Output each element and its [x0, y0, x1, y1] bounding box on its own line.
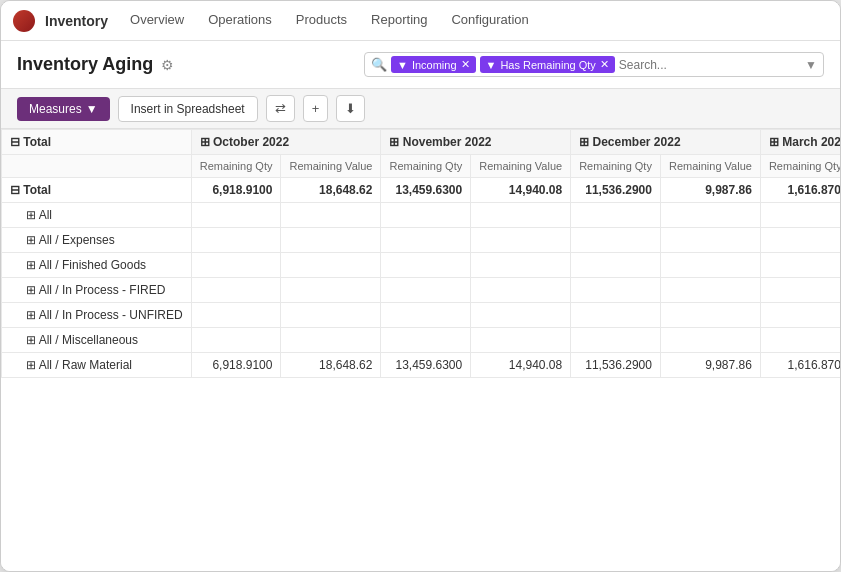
row-raw-oct-val: 18,648.62 — [281, 353, 381, 378]
filter-remaining-close[interactable]: ✕ — [600, 58, 609, 71]
col-group-oct-2022[interactable]: ⊞ October 2022 — [191, 130, 381, 155]
nav-configuration[interactable]: Configuration — [441, 1, 538, 41]
row-unfired-plus-icon: ⊞ — [26, 308, 36, 322]
row-all-nov-val — [471, 203, 571, 228]
row-all-in-process-unfired: ⊞ All / In Process - UNFIRED — [2, 303, 841, 328]
row-raw-dec-val: 9,987.86 — [660, 353, 760, 378]
app-name[interactable]: Inventory — [45, 13, 108, 29]
filter-tag-incoming: ▼ Incoming ✕ — [391, 56, 476, 73]
measures-label: Measures — [29, 102, 82, 116]
swap-icon: ⇄ — [275, 101, 286, 116]
settings-icon[interactable]: ⚙ — [161, 57, 174, 73]
row-all-in-process-fired-label[interactable]: ⊞ All / In Process - FIRED — [2, 278, 192, 303]
app-window: Inventory Overview Operations Products R… — [0, 0, 841, 572]
row-exp-mar-qty — [760, 228, 840, 253]
search-dropdown-arrow[interactable]: ▼ — [805, 58, 817, 72]
row-raw-dec-qty: 11,536.2900 — [571, 353, 661, 378]
row-all-finished-goods-label[interactable]: ⊞ All / Finished Goods — [2, 253, 192, 278]
col-group-dec-2022[interactable]: ⊞ December 2022 — [571, 130, 761, 155]
col-dec-rem-qty: Remaining Qty — [571, 155, 661, 178]
nav-reporting[interactable]: Reporting — [361, 1, 437, 41]
total-dec-qty: 11,536.2900 — [571, 178, 661, 203]
spreadsheet-button[interactable]: Insert in Spreadsheet — [118, 96, 258, 122]
swap-icon-button[interactable]: ⇄ — [266, 95, 295, 122]
row-exp-dec-val — [660, 228, 760, 253]
row-exp-oct-val — [281, 228, 381, 253]
toolbar: Measures ▼ Insert in Spreadsheet ⇄ + ⬇ — [1, 89, 840, 129]
search-bar: 🔍 ▼ Incoming ✕ ▼ Has Remaining Qty ✕ ▼ — [364, 52, 824, 77]
row-all-oct-val — [281, 203, 381, 228]
total-nov-qty: 13,459.6300 — [381, 178, 471, 203]
row-misc-plus-icon: ⊞ — [26, 333, 36, 347]
col-group-nov-2022[interactable]: ⊞ November 2022 — [381, 130, 571, 155]
table-container: ⊟ Total ⊞ October 2022 ⊞ November 2022 ⊞… — [1, 129, 840, 571]
total-row-label[interactable]: ⊟ Total — [2, 178, 192, 203]
row-all-nov-qty — [381, 203, 471, 228]
minus-icon: ⊟ — [10, 135, 20, 149]
row-exp-nov-qty — [381, 228, 471, 253]
row-raw-mar-qty: 1,616.8700 — [760, 353, 840, 378]
total-minus-icon: ⊟ — [10, 183, 20, 197]
col-oct-rem-val: Remaining Value — [281, 155, 381, 178]
page-title: Inventory Aging — [17, 54, 153, 75]
row-all: ⊞ All — [2, 203, 841, 228]
row-all-in-process-fired: ⊞ All / In Process - FIRED — [2, 278, 841, 303]
total-oct-val: 18,648.62 — [281, 178, 381, 203]
search-icon: 🔍 — [371, 57, 387, 72]
filter-tag-remaining-qty: ▼ Has Remaining Qty ✕ — [480, 56, 615, 73]
search-input[interactable] — [619, 58, 801, 72]
col-nov-rem-val: Remaining Value — [471, 155, 571, 178]
top-nav: Inventory Overview Operations Products R… — [1, 1, 840, 41]
row-all-raw-material-label[interactable]: ⊞ All / Raw Material — [2, 353, 192, 378]
measures-arrow-icon: ▼ — [86, 102, 98, 116]
download-icon: ⬇ — [345, 101, 356, 116]
col-oct-rem-qty: Remaining Qty — [191, 155, 281, 178]
col-nov-rem-qty: Remaining Qty — [381, 155, 471, 178]
nav-operations[interactable]: Operations — [198, 1, 282, 41]
subheader: Inventory Aging ⚙ 🔍 ▼ Incoming ✕ ▼ Has R… — [1, 41, 840, 89]
row-all-label[interactable]: ⊞ All — [2, 203, 192, 228]
col-group-mar-2023[interactable]: ⊞ March 2023 — [760, 130, 840, 155]
pivot-table: ⊟ Total ⊞ October 2022 ⊞ November 2022 ⊞… — [1, 129, 840, 378]
filter-incoming-label: Incoming — [412, 59, 457, 71]
total-mar-qty: 1,616.8700 — [760, 178, 840, 203]
row-all-dec-val — [660, 203, 760, 228]
row-raw-nov-qty: 13,459.6300 — [381, 353, 471, 378]
row-raw-nov-val: 14,940.08 — [471, 353, 571, 378]
row-all-miscellaneous-label[interactable]: ⊞ All / Miscellaneous — [2, 328, 192, 353]
row-fired-plus-icon: ⊞ — [26, 283, 36, 297]
row-exp-oct-qty — [191, 228, 281, 253]
app-logo — [13, 10, 35, 32]
row-all-raw-material: ⊞ All / Raw Material 6,918.9100 18,648.6… — [2, 353, 841, 378]
nav-overview[interactable]: Overview — [120, 1, 194, 41]
total-oct-qty: 6,918.9100 — [191, 178, 281, 203]
row-all-finished-goods: ⊞ All / Finished Goods — [2, 253, 841, 278]
total-nov-val: 14,940.08 — [471, 178, 571, 203]
row-all-dec-qty — [571, 203, 661, 228]
download-icon-button[interactable]: ⬇ — [336, 95, 365, 122]
row-all-expenses: ⊞ All / Expenses — [2, 228, 841, 253]
row-all-mar-qty — [760, 203, 840, 228]
total-col-header: ⊟ Total — [2, 130, 192, 155]
row-exp-dec-qty — [571, 228, 661, 253]
col-dec-rem-val: Remaining Value — [660, 155, 760, 178]
row-empty-subheader — [2, 155, 192, 178]
add-icon-button[interactable]: + — [303, 95, 329, 122]
row-exp-nov-val — [471, 228, 571, 253]
col-mar-rem-qty: Remaining Qty — [760, 155, 840, 178]
row-all-oct-qty — [191, 203, 281, 228]
row-raw-oct-qty: 6,918.9100 — [191, 353, 281, 378]
row-expenses-plus-icon: ⊞ — [26, 233, 36, 247]
filter-funnel-icon: ▼ — [397, 59, 408, 71]
row-all-expenses-label[interactable]: ⊞ All / Expenses — [2, 228, 192, 253]
row-raw-plus-icon: ⊞ — [26, 358, 36, 372]
filter-incoming-close[interactable]: ✕ — [461, 58, 470, 71]
row-finished-plus-icon: ⊞ — [26, 258, 36, 272]
nav-products[interactable]: Products — [286, 1, 357, 41]
filter-remaining-label: Has Remaining Qty — [500, 59, 595, 71]
total-dec-val: 9,987.86 — [660, 178, 760, 203]
row-all-plus-icon: ⊞ — [26, 208, 36, 222]
measures-button[interactable]: Measures ▼ — [17, 97, 110, 121]
filter-funnel2-icon: ▼ — [486, 59, 497, 71]
row-all-in-process-unfired-label[interactable]: ⊞ All / In Process - UNFIRED — [2, 303, 192, 328]
